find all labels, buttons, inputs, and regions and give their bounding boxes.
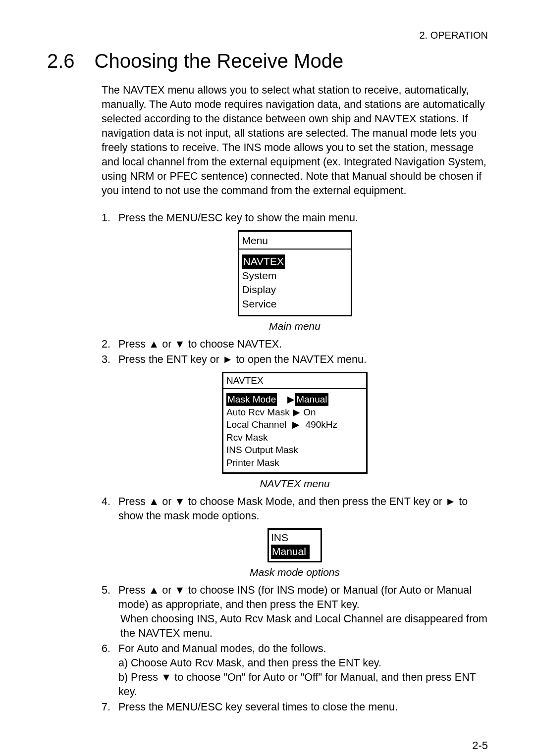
step-marker: 2.	[102, 337, 118, 352]
step-marker: 1.	[102, 211, 118, 225]
mask-options-caption: Mask mode options	[102, 565, 488, 579]
menu-title: Menu	[239, 232, 351, 250]
page-number: 2-5	[47, 739, 488, 752]
chapter-header: 2. OPERATION	[47, 30, 488, 41]
step-marker: 6.	[102, 642, 118, 699]
step-text: Press ▲ or ▼ to choose Mask Mode, and th…	[118, 495, 488, 523]
navtex-title: NAVTEX	[223, 373, 366, 389]
navtex-row-printer-mask: Printer Mask	[226, 456, 363, 469]
step-1: 1. Press the MENU/ESC key to show the ma…	[102, 211, 488, 225]
menu-item-navtex: NAVTEX	[242, 254, 348, 268]
arrow-right-icon: ▶	[287, 393, 295, 406]
step-text: Press the MENU/ESC key to show the main …	[118, 211, 488, 225]
step-marker: 3.	[102, 353, 118, 367]
instruction-list: 1. Press the MENU/ESC key to show the ma…	[102, 211, 488, 714]
section-heading: 2.6 Choosing the Receive Mode	[47, 50, 488, 72]
step-6a: a) Choose Auto Rcv Mask, and then press …	[118, 656, 488, 670]
step-text: Press ▲ or ▼ to choose NAVTEX.	[118, 337, 488, 352]
menu-item-service: Service	[242, 297, 348, 311]
step-7: 7. Press the MENU/ESC key several times …	[102, 700, 488, 714]
step-note: When choosing INS, Auto Rcv Mask and Loc…	[120, 612, 488, 641]
mask-option-manual: Manual	[271, 545, 319, 558]
menu-item-display: Display	[242, 283, 348, 297]
menu-item-system: System	[242, 269, 348, 283]
step-2: 2. Press ▲ or ▼ to choose NAVTEX.	[102, 337, 488, 352]
navtex-menu-box: NAVTEX Mask Mode▶Manual Auto Rcv Mask ▶ …	[222, 372, 368, 473]
navtex-menu-caption: NAVTEX menu	[102, 477, 488, 491]
mask-options-figure: INS Manual	[102, 528, 488, 562]
step-text: For Auto and Manual modes, do the follow…	[118, 642, 488, 656]
intro-paragraph: The NAVTEX menu allows you to select wha…	[102, 83, 488, 198]
navtex-menu-figure: NAVTEX Mask Mode▶Manual Auto Rcv Mask ▶ …	[102, 372, 488, 473]
mask-option-ins: INS	[271, 531, 319, 545]
section-number: 2.6	[47, 50, 75, 72]
arrow-right-icon: ▶	[293, 406, 300, 419]
step-5: 5. Press ▲ or ▼ to choose INS (for INS m…	[102, 583, 488, 641]
main-menu-caption: Main menu	[102, 319, 488, 333]
main-menu-box: Menu NAVTEX System Display Service	[238, 230, 352, 316]
main-menu-figure: Menu NAVTEX System Display Service	[102, 230, 488, 316]
mask-options-box: INS Manual	[268, 528, 322, 562]
step-6: 6. For Auto and Manual modes, do the fol…	[102, 642, 488, 699]
step-marker: 5.	[102, 583, 118, 641]
step-text: Press ▲ or ▼ to choose INS (for INS mode…	[118, 583, 488, 612]
navtex-row-ins-output: INS Output Mask	[226, 444, 363, 456]
navtex-row-auto-rcv: Auto Rcv Mask ▶ On	[226, 406, 363, 419]
step-text: Press the ENT key or ► to open the NAVTE…	[118, 353, 488, 367]
navtex-row-rcv-mask: Rcv Mask	[226, 431, 363, 444]
step-marker: 4.	[102, 495, 118, 523]
step-3: 3. Press the ENT key or ► to open the NA…	[102, 353, 488, 367]
navtex-row-local-channel: Local Channel ▶ 490kHz	[226, 418, 363, 431]
navtex-row-mask-mode: Mask Mode▶Manual	[226, 393, 363, 406]
step-text: Press the MENU/ESC key several times to …	[118, 700, 488, 714]
section-title: Choosing the Receive Mode	[95, 50, 344, 72]
step-marker: 7.	[102, 700, 118, 714]
arrow-right-icon: ▶	[292, 418, 300, 431]
step-4: 4. Press ▲ or ▼ to choose Mask Mode, and…	[102, 495, 488, 523]
step-6b: b) Press ▼ to choose "On" for Auto or "O…	[118, 670, 488, 699]
